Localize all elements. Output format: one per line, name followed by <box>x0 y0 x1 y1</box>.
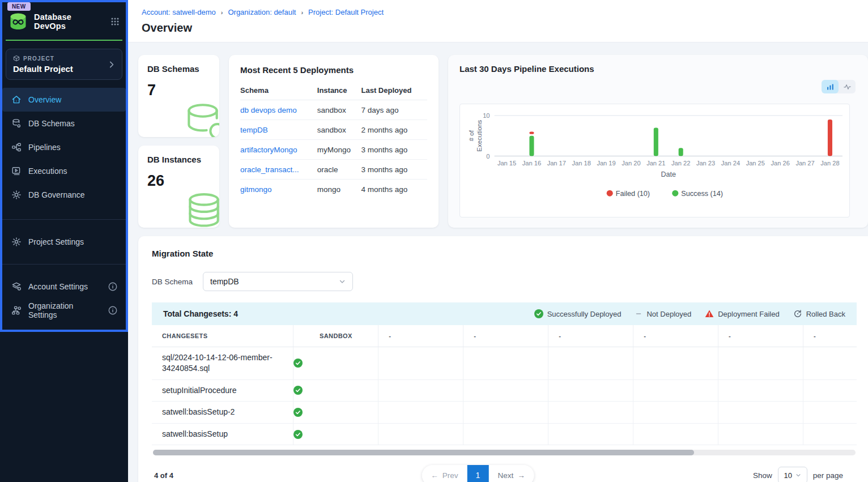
sidebar-item-db-schemas[interactable]: DB Schemas <box>2 112 126 135</box>
svg-text:Executions: Executions <box>476 120 483 152</box>
stat-value: 7 <box>147 82 210 99</box>
svg-text:Failed (10): Failed (10) <box>616 190 650 198</box>
migration-title: Migration State <box>152 249 857 258</box>
column-header-schema: Schema <box>240 80 317 100</box>
success-check-icon <box>293 386 378 395</box>
content: DB Schemas 7 DB Instances 26 <box>128 42 868 482</box>
sidebar-item-organization-settings[interactable]: Organization Settings <box>2 298 126 322</box>
info-icon[interactable] <box>108 305 118 315</box>
sidebar-nav-secondary: Project Settings <box>0 230 128 254</box>
stat-title: DB Schemas <box>147 64 210 74</box>
table-row: satwell:basisSetup <box>152 423 857 445</box>
project-selector[interactable]: PROJECT Default Project <box>6 49 122 80</box>
changeset-name: setupInitialProcedure <box>152 379 293 402</box>
empty-cell <box>378 402 463 424</box>
empty-cell <box>378 379 463 402</box>
not-deployed-dash-icon <box>635 310 643 318</box>
column-header-empty: - <box>718 325 803 347</box>
page-size-select[interactable]: 10 <box>778 467 807 482</box>
sidebar-item-pipelines[interactable]: Pipelines <box>2 135 126 159</box>
chevron-down-icon <box>339 278 346 285</box>
changeset-name: sql/2024-10-14-12-06-member-34240854.sql <box>152 347 293 379</box>
empty-cell <box>803 402 857 424</box>
arrow-left-icon: ← <box>431 471 439 480</box>
last-deployed-cell: 3 months ago <box>361 160 427 180</box>
table-row: oracle_transact...oracle3 months ago <box>240 160 427 180</box>
legend-label: Successfully Deployed <box>547 310 622 318</box>
empty-cell <box>718 402 803 424</box>
line-chart-toggle-icon[interactable] <box>839 80 856 93</box>
schema-link[interactable]: oracle_transact... <box>240 165 299 174</box>
apps-grid-icon[interactable] <box>110 16 120 27</box>
breadcrumb-project[interactable]: Project: Default Project <box>308 8 384 16</box>
column-header-empty: - <box>378 325 463 347</box>
svg-text:Jan 17: Jan 17 <box>547 160 566 167</box>
bar-chart-toggle-icon[interactable] <box>822 80 839 93</box>
schema-link[interactable]: artifactoryMongo <box>240 146 297 154</box>
schema-cell: tempDB <box>240 120 317 140</box>
legend-label: Rolled Back <box>806 310 845 318</box>
legend-label: Not Deployed <box>646 310 691 318</box>
empty-cell <box>803 379 857 402</box>
per-page-label: per page <box>813 471 843 480</box>
page-title: Overview <box>142 22 854 35</box>
db-schema-select-value: tempDB <box>210 277 239 286</box>
rolled-back-icon <box>793 309 802 318</box>
org-hierarchy-icon <box>11 305 22 315</box>
table-row: satwell:basisSetup-2 <box>152 402 857 424</box>
info-icon[interactable] <box>108 281 118 292</box>
sidebar-item-db-governance[interactable]: DB Governance <box>2 183 126 207</box>
svg-text:0: 0 <box>486 153 490 160</box>
db-schema-select[interactable]: tempDB <box>203 272 353 291</box>
table-row: setupInitialProcedure <box>152 379 857 402</box>
sidebar-item-executions[interactable]: Executions <box>2 159 126 183</box>
account-layers-icon <box>11 281 22 292</box>
empty-cell <box>718 347 803 379</box>
breadcrumb-separator: › <box>221 9 223 16</box>
sidebar-nav-tertiary: Account SettingsOrganization Settings <box>0 275 128 322</box>
empty-cell <box>463 423 548 445</box>
sidebar-item-label: Pipelines <box>28 143 61 152</box>
svg-text:Jan 27: Jan 27 <box>795 160 814 167</box>
breadcrumb-organization[interactable]: Organization: default <box>228 8 296 16</box>
main-area: Account: satwell-demo › Organization: de… <box>128 0 868 482</box>
schema-link[interactable]: tempDB <box>240 126 268 134</box>
column-header-instance: Instance <box>317 80 361 100</box>
migration-state-card: Migration State DB Schema tempDB Total C… <box>138 236 868 482</box>
page-1-button[interactable]: 1 <box>467 465 489 482</box>
sidebar-item-label: DB Schemas <box>28 119 75 128</box>
sidebar-item-label: DB Governance <box>28 190 85 199</box>
app-title: Database DevOps <box>34 12 104 31</box>
db-schemas-card: DB Schemas 7 <box>138 55 219 137</box>
chart-title: Last 30 Days Pipeline Executions <box>459 64 857 74</box>
schema-link[interactable]: db devops demo <box>240 106 297 114</box>
instance-cell: mongo <box>317 180 361 199</box>
svg-text:Jan 21: Jan 21 <box>646 160 665 167</box>
success-check-icon <box>293 430 378 439</box>
table-row: artifactoryMongomyMongo3 months ago <box>240 140 427 160</box>
horizontal-scrollbar-thumb[interactable] <box>153 450 694 455</box>
empty-cell <box>803 423 857 445</box>
breadcrumb-account[interactable]: Account: satwell-demo <box>142 8 216 16</box>
sidebar-item-project-settings[interactable]: Project Settings <box>2 230 126 254</box>
empty-cell <box>378 423 463 445</box>
success-check-icon <box>293 408 378 417</box>
schema-link[interactable]: gitmongo <box>240 185 272 194</box>
sidebar-item-account-settings[interactable]: Account Settings <box>2 275 126 298</box>
svg-text:Jan 25: Jan 25 <box>746 160 765 167</box>
sidebar-item-label: Overview <box>28 95 61 104</box>
sidebar-item-label: Organization Settings <box>28 301 101 319</box>
schema-cell: gitmongo <box>240 180 317 199</box>
stat-value: 26 <box>147 172 210 190</box>
svg-text:Jan 23: Jan 23 <box>696 160 715 167</box>
chevron-down-icon <box>795 472 801 478</box>
cube-icon <box>13 55 20 62</box>
project-label: PROJECT <box>23 56 54 62</box>
instance-cell: oracle <box>317 160 361 180</box>
empty-cell <box>633 402 718 424</box>
instance-cell: sandbox <box>317 120 361 140</box>
sidebar-item-overview[interactable]: Overview <box>2 88 126 112</box>
changeset-status-cell <box>293 347 378 379</box>
next-page-button[interactable]: Next → <box>489 471 534 480</box>
prev-page-button[interactable]: ← Prev <box>422 471 467 480</box>
